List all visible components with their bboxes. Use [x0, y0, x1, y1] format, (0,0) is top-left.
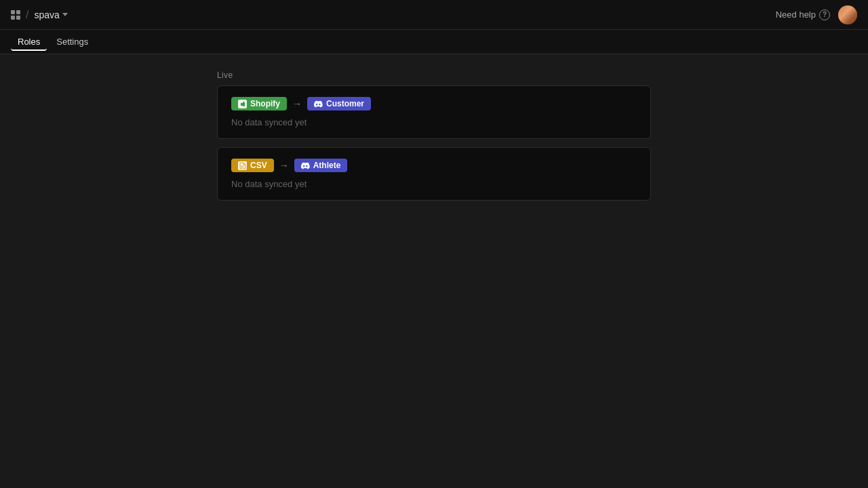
subnav: Roles Settings — [0, 30, 868, 54]
workspace-label: spava — [34, 9, 59, 20]
arrow-right-icon: → — [292, 98, 302, 109]
help-circle-icon: ? — [819, 9, 830, 20]
main-content: Live Shopify → Customer — [0, 54, 868, 225]
sync-card-csv-athlete[interactable]: CSV → Athlete No data synced yet — [217, 147, 651, 201]
chevron-down-icon — [62, 13, 68, 16]
need-help-button[interactable]: Need help ? — [776, 9, 830, 20]
sync-card-header-2: CSV → Athlete — [231, 159, 637, 172]
no-data-status-1: No data synced yet — [231, 117, 637, 127]
csv-file-icon — [238, 161, 247, 170]
shopify-icon — [238, 100, 247, 108]
destination-badge-customer: Customer — [307, 97, 371, 110]
workspace-selector[interactable]: spava — [34, 9, 67, 20]
topbar-left: / spava — [11, 9, 68, 21]
sync-card-header: Shopify → Customer — [231, 97, 637, 110]
no-data-status-2: No data synced yet — [231, 179, 637, 189]
arrow-right-icon-2: → — [279, 160, 289, 171]
topbar-right: Need help ? — [776, 5, 857, 24]
discord-icon-2 — [301, 161, 310, 170]
source-badge-shopify: Shopify — [231, 97, 287, 110]
tab-settings[interactable]: Settings — [50, 33, 95, 51]
topbar: / spava Need help ? — [0, 0, 868, 30]
destination-badge-athlete: Athlete — [294, 159, 348, 172]
live-section: Live Shopify → Customer — [217, 70, 651, 209]
source-badge-csv: CSV — [231, 159, 274, 172]
section-label: Live — [217, 70, 651, 80]
user-avatar[interactable] — [838, 5, 857, 24]
discord-icon — [314, 100, 323, 108]
breadcrumb-slash: / — [26, 9, 28, 21]
need-help-label: Need help — [776, 9, 816, 20]
sync-card-shopify-customer[interactable]: Shopify → Customer No data synced yet — [217, 85, 651, 139]
avatar-image — [838, 5, 857, 24]
app-grid-icon[interactable] — [11, 10, 20, 20]
tab-roles[interactable]: Roles — [11, 33, 47, 51]
